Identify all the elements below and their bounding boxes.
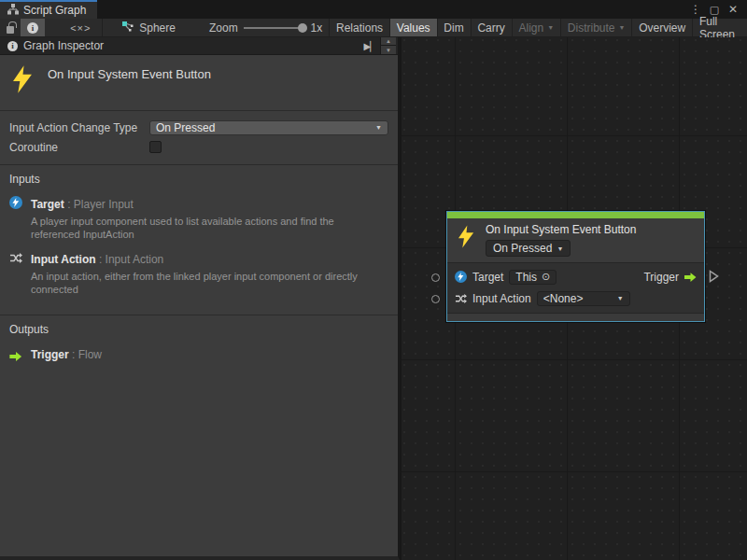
code-icon: <×>: [70, 22, 91, 34]
event-node[interactable]: On Input System Event Button On Pressed …: [446, 211, 705, 322]
chevron-down-icon: ▼: [557, 245, 563, 252]
player-input-icon: [9, 195, 23, 241]
chevron-down-icon: ▼: [617, 295, 624, 301]
node-header[interactable]: On Input System Event Button On Pressed …: [447, 218, 704, 263]
info-icon: i: [27, 22, 38, 34]
info-icon: i: [7, 41, 18, 51]
coroutine-label: Coroutine: [9, 141, 149, 154]
chevron-down-icon: ▼: [375, 124, 382, 131]
toolbar-button-fullscreen[interactable]: Full Screen: [693, 19, 747, 36]
port-name: Target: [31, 198, 64, 211]
inspect-toggle-button[interactable]: i: [21, 19, 45, 36]
variables-button[interactable]: <×>: [60, 19, 102, 36]
lock-icon: [7, 26, 14, 34]
node-title: On Input System Event Button: [486, 223, 636, 236]
player-input-icon: [455, 271, 467, 283]
zoom-value: 1x: [309, 19, 330, 36]
port-description: A player input component used to list av…: [31, 215, 384, 241]
graph-hierarchy-icon: [7, 4, 19, 18]
port-label: Target: [472, 271, 503, 284]
toolbar-button-dim[interactable]: Dim: [437, 19, 470, 36]
port-name: Input Action: [31, 253, 96, 266]
inputs-heading: Inputs: [9, 173, 388, 186]
unit-title: On Input System Event Button: [48, 65, 211, 81]
graph-inspector-header: i Graph Inspector ▶▏ ▲ ▼: [0, 37, 398, 55]
lock-button[interactable]: [0, 19, 21, 36]
event-color-bar: [447, 212, 704, 218]
zoom-label: Zoom: [203, 19, 238, 36]
script-graph-window: Script Graph ⋮ ▢ ✕ i <×> Sphere Zoom 1x …: [0, 0, 747, 560]
trigger-output-port[interactable]: [709, 270, 719, 287]
dock-panel-icon[interactable]: ▶▏: [364, 41, 380, 51]
toolbar-button-relations[interactable]: Relations: [330, 19, 389, 36]
panel-stepper: ▲ ▼: [380, 37, 396, 54]
target-input-port[interactable]: [431, 273, 440, 282]
graph-target-button[interactable]: Sphere: [115, 19, 182, 36]
port-description: An input action, either from the linked …: [31, 270, 384, 296]
node-footer: [447, 313, 704, 321]
chevron-down-icon: ▼: [619, 24, 626, 31]
event-bolt-icon: [13, 65, 33, 97]
toolbar-button-distribute[interactable]: Distribute▼: [561, 19, 632, 36]
input-action-dropdown[interactable]: <None> ▼: [537, 291, 630, 306]
graph-inspector-title: Graph Inspector: [23, 39, 104, 52]
graph-inspector-panel: i Graph Inspector ▶▏ ▲ ▼ On Input System…: [0, 37, 400, 560]
outputs-section: Outputs Trigger : Flow: [0, 315, 398, 376]
subgraph-icon: [121, 21, 134, 35]
input-action-icon: [455, 293, 467, 304]
port-name: Trigger: [31, 348, 69, 361]
step-up-button[interactable]: ▲: [380, 37, 396, 46]
graph-target-label: Sphere: [139, 21, 176, 35]
tab-bar: Script Graph ⋮ ▢ ✕: [0, 0, 747, 19]
port-label: Trigger: [643, 271, 679, 284]
zoom-slider-knob[interactable]: [298, 23, 307, 33]
port-label: Input Action: [472, 292, 531, 305]
chevron-down-icon: ▼: [547, 24, 554, 31]
node-body: Target This ⊙ Trigger Input Action <None…: [447, 263, 704, 313]
port-type: : Player Input: [64, 198, 134, 211]
flow-arrow-icon: [684, 273, 697, 282]
event-bolt-icon: [458, 223, 474, 257]
toolbar-button-overview[interactable]: Overview: [632, 19, 692, 36]
tab-label: Script Graph: [23, 4, 86, 17]
target-this-button[interactable]: This ⊙: [509, 270, 557, 285]
tab-script-graph[interactable]: Script Graph: [0, 0, 97, 19]
unit-header: On Input System Event Button: [0, 55, 398, 111]
step-down-button[interactable]: ▼: [380, 46, 396, 54]
outputs-heading: Outputs: [9, 323, 388, 336]
zoom-slider[interactable]: [244, 27, 303, 29]
node-row-target: Target This ⊙ Trigger: [447, 266, 704, 287]
input-action-input-port[interactable]: [431, 295, 440, 303]
list-item: Trigger : Flow: [9, 345, 388, 365]
node-row-input-action: Input Action <None> ▼: [447, 287, 704, 309]
flow-arrow-icon: [9, 345, 23, 365]
object-picker-icon[interactable]: ⊙: [542, 271, 550, 283]
coroutine-checkbox[interactable]: [149, 141, 162, 153]
port-type: : Flow: [69, 348, 102, 361]
toolbar-button-carry[interactable]: Carry: [471, 19, 511, 36]
toolbar-button-align[interactable]: Align▼: [512, 19, 560, 36]
toolbar-separator: [102, 19, 103, 36]
change-type-label: Input Action Change Type: [9, 121, 149, 134]
toolbar-button-values[interactable]: Values: [390, 19, 437, 36]
change-type-dropdown[interactable]: On Pressed ▼: [149, 120, 388, 135]
list-item: Input Action : Input Action An input act…: [9, 250, 388, 296]
graph-toolbar: i <×> Sphere Zoom 1x Relations Values Di…: [0, 19, 747, 37]
port-type: : Input Action: [96, 253, 164, 266]
input-action-icon: [9, 250, 23, 296]
graph-canvas[interactable]: On Input System Event Button On Pressed …: [402, 37, 747, 560]
list-item: Target : Player Input A player input com…: [9, 195, 388, 241]
node-mode-dropdown[interactable]: On Pressed ▼: [486, 240, 571, 257]
unit-fields: Input Action Change Type On Pressed ▼ Co…: [0, 111, 398, 165]
inputs-section: Inputs Target : Player Input A player in…: [0, 165, 398, 315]
